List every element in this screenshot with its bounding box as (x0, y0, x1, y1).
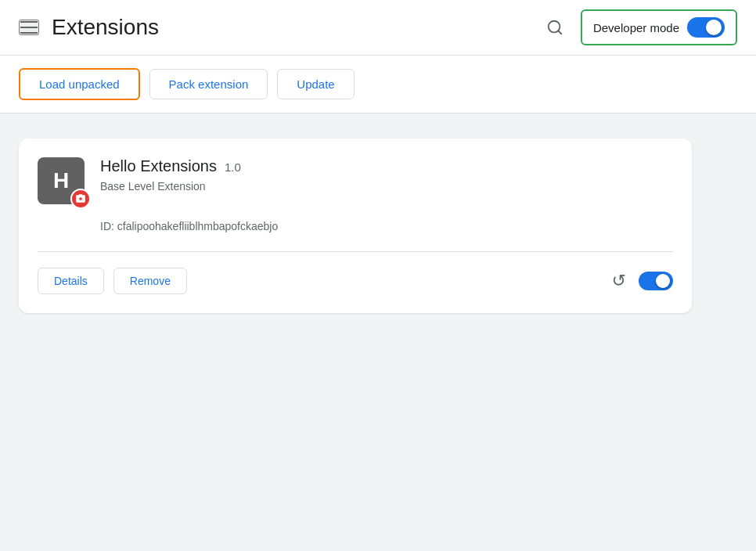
developer-mode-toggle[interactable] (687, 17, 725, 38)
page-title: Extensions (52, 15, 159, 40)
developer-mode-track (687, 17, 725, 38)
menu-bar-1 (20, 21, 38, 23)
extension-toggle[interactable] (639, 272, 673, 290)
extension-icon-letter: H (53, 168, 69, 193)
update-button[interactable]: Update (277, 69, 354, 99)
search-icon (546, 19, 563, 36)
extension-description: Base Level Extension (100, 180, 673, 193)
developer-mode-thumb (706, 20, 722, 35)
extension-toggle-thumb (656, 274, 670, 288)
extension-name-row: Hello Extensions 1.0 (100, 157, 673, 175)
extension-badge (70, 189, 91, 209)
search-button[interactable] (542, 14, 568, 41)
remove-button[interactable]: Remove (113, 268, 187, 294)
header: Extensions Developer mode (0, 0, 756, 56)
extension-id: ID: cfalipoohakefliiblhmbapofckaebjo (38, 220, 673, 232)
svg-line-1 (558, 31, 561, 34)
details-button[interactable]: Details (38, 268, 104, 294)
main-content: H Hello Extensions 1.0 Base Level Extens… (0, 113, 756, 551)
extension-icon-wrapper: H (38, 157, 85, 204)
menu-bar-2 (20, 27, 38, 28)
developer-mode-label: Developer mode (593, 21, 679, 34)
extension-name: Hello Extensions (100, 157, 217, 175)
extension-card: H Hello Extensions 1.0 Base Level Extens… (19, 139, 692, 313)
extension-version: 1.0 (225, 160, 241, 174)
card-top: H Hello Extensions 1.0 Base Level Extens… (38, 157, 673, 204)
developer-mode-box: Developer mode (581, 9, 737, 45)
menu-bar-3 (20, 32, 38, 34)
reload-icon[interactable]: ↻ (612, 271, 626, 291)
toolbar: Load unpacked Pack extension Update (0, 56, 756, 113)
extension-info: Hello Extensions 1.0 Base Level Extensio… (100, 157, 673, 193)
pack-extension-button[interactable]: Pack extension (149, 69, 268, 99)
header-right: Developer mode (542, 9, 737, 45)
load-unpacked-button[interactable]: Load unpacked (19, 68, 140, 100)
card-bottom-right: ↻ (612, 271, 673, 291)
card-bottom: Details Remove ↻ (38, 251, 673, 294)
menu-icon-button[interactable] (19, 20, 39, 35)
camera-icon (75, 193, 86, 204)
header-left: Extensions (19, 15, 159, 40)
